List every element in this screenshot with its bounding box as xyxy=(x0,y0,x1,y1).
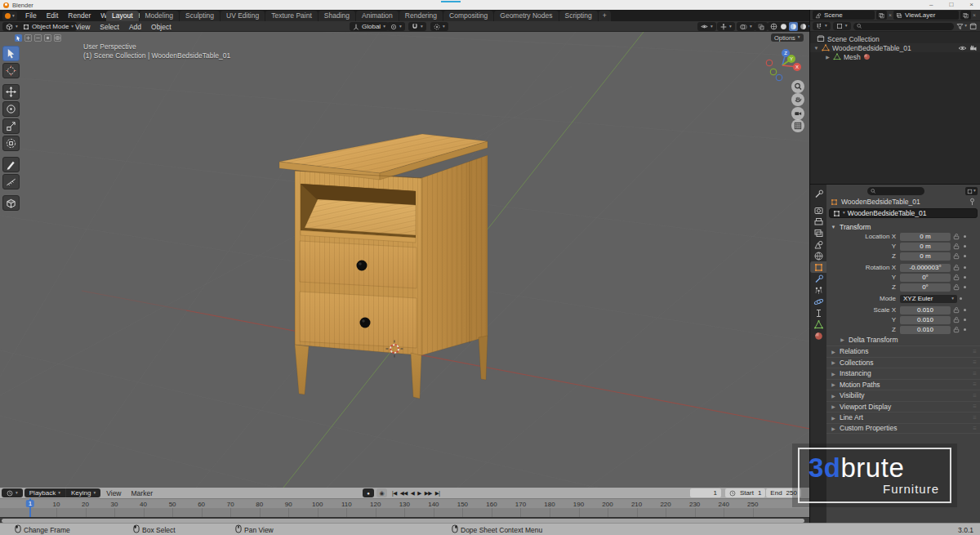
panel-collections[interactable]: ▶Collections xyxy=(826,357,980,368)
lock-icon[interactable] xyxy=(951,252,961,260)
editor-type-button[interactable]: ▾ xyxy=(2,22,21,31)
tab-modeling[interactable]: Modeling xyxy=(140,11,180,21)
select-mode-invert-button[interactable] xyxy=(44,34,51,42)
lock-icon[interactable] xyxy=(951,306,961,314)
ruler-frame-130[interactable]: 130 xyxy=(399,501,410,508)
rendered-shading-button[interactable] xyxy=(799,22,808,31)
ruler-frame-50[interactable]: 50 xyxy=(169,501,176,508)
disable-in-render-camera-icon[interactable] xyxy=(969,45,978,51)
ruler-frame-170[interactable]: 170 xyxy=(515,501,526,508)
outliner-filter-button[interactable]: ▾ xyxy=(956,23,967,30)
gizmos-selector[interactable]: ▾ xyxy=(717,22,735,31)
material-preview-shading-button[interactable] xyxy=(789,22,798,31)
jump-to-prev-keyframe-button[interactable]: ◀◀ xyxy=(400,490,408,497)
ruler-frame-30[interactable]: 30 xyxy=(111,501,118,508)
ruler-frame-1[interactable]: 1 xyxy=(26,500,34,507)
properties-tab-particles[interactable] xyxy=(810,284,826,296)
ruler-frame-70[interactable]: 70 xyxy=(227,501,234,508)
view-layer-selector[interactable]: ViewLayer xyxy=(893,11,959,20)
panel-viewport-display[interactable]: ▶Viewport Display xyxy=(826,401,980,412)
transform-field-rotation-x[interactable]: -0.000003° xyxy=(900,264,951,272)
ruler-frame-140[interactable]: 140 xyxy=(428,501,439,508)
transform-orientation-selector[interactable]: Global ▾ xyxy=(350,22,389,31)
select-mode-subtract-button[interactable] xyxy=(34,34,42,42)
close-button[interactable]: × xyxy=(969,2,973,8)
mode-selector[interactable]: Object Mode ▾ xyxy=(20,22,77,31)
panel-line-art[interactable]: ▶Line Art xyxy=(826,412,980,423)
viewport-menu-object[interactable]: Object xyxy=(146,23,176,31)
transform-field-z[interactable]: 0.010 xyxy=(900,326,951,334)
animate-dot[interactable] xyxy=(964,319,966,321)
proportional-editing-toggle[interactable]: ▾ xyxy=(430,22,448,31)
ruler-frame-230[interactable]: 230 xyxy=(689,501,700,508)
properties-tab-physics[interactable] xyxy=(810,296,826,307)
minimize-button[interactable]: – xyxy=(929,2,933,8)
timeline-channel-strip[interactable] xyxy=(0,508,810,517)
select-mode-intersect-button[interactable] xyxy=(54,34,61,42)
properties-tab-view-layer[interactable] xyxy=(810,227,826,239)
properties-search-input[interactable] xyxy=(867,187,924,195)
lock-icon[interactable] xyxy=(951,316,961,323)
animate-dot[interactable] xyxy=(964,235,966,238)
snap-toggle[interactable]: ▾ xyxy=(408,22,426,31)
animate-dot[interactable] xyxy=(960,297,962,300)
new-scene-button[interactable] xyxy=(876,11,887,20)
properties-display-options-button[interactable]: ▾ xyxy=(965,187,978,195)
object-name-field[interactable]: ▾ WoodenBedsideTable_01 xyxy=(829,208,978,218)
tab-texture-paint[interactable]: Texture Paint xyxy=(265,11,318,21)
remove-view-layer-button[interactable]: × xyxy=(973,12,976,18)
animate-dot[interactable] xyxy=(964,255,966,257)
menu-render[interactable]: Render xyxy=(63,11,96,20)
outliner-filter-mode-button[interactable]: ▾ xyxy=(833,22,851,30)
3d-viewport[interactable]: User Perspective (1) Scene Collection | … xyxy=(0,32,810,488)
tab-sculpting[interactable]: Sculpting xyxy=(180,11,220,21)
solid-shading-button[interactable] xyxy=(779,22,788,31)
timeline-view-menu[interactable]: View xyxy=(102,489,125,497)
outliner-display-mode-button[interactable]: ▾ xyxy=(813,22,831,30)
perspective-toggle-button[interactable] xyxy=(791,119,804,132)
timeline-marker-menu[interactable]: Marker xyxy=(127,489,157,497)
panel-visibility[interactable]: ▶Visibility xyxy=(826,390,980,401)
tab-compositing[interactable]: Compositing xyxy=(443,11,493,21)
hide-in-viewport-eye-icon[interactable] xyxy=(958,45,967,51)
delta-transform-subpanel[interactable]: ▶ Delta Transform xyxy=(826,334,980,345)
ruler-frame-60[interactable]: 60 xyxy=(198,501,205,508)
properties-tab-modifiers[interactable] xyxy=(810,273,826,284)
animate-dot[interactable] xyxy=(964,266,966,269)
ruler-frame-120[interactable]: 120 xyxy=(370,501,381,508)
camera-view-button[interactable] xyxy=(791,107,804,120)
transform-panel-header[interactable]: ▼ Transform xyxy=(831,223,871,231)
viewport-menu-select[interactable]: Select xyxy=(95,23,124,31)
auto-keying-toggle[interactable]: ◉ xyxy=(376,488,387,497)
viewport-menu-view[interactable]: View xyxy=(70,23,95,31)
add-workspace-button[interactable]: + xyxy=(599,11,611,21)
cursor-tool-button[interactable] xyxy=(2,63,20,78)
ruler-frame-250[interactable]: 250 xyxy=(747,501,758,508)
viewport-canvas[interactable] xyxy=(0,32,810,488)
current-frame-field[interactable]: 1 xyxy=(690,488,721,497)
jump-to-end-button[interactable]: ▶| xyxy=(435,490,440,497)
timeline-ruler[interactable]: 1102030405060708090100110120130140150160… xyxy=(0,498,810,508)
properties-tab-object[interactable] xyxy=(810,261,826,273)
axis-y-negative[interactable] xyxy=(770,69,777,75)
wireframe-shading-button[interactable] xyxy=(769,22,778,31)
outliner-row-mesh[interactable]: ▶ Mesh xyxy=(810,52,980,61)
animate-dot[interactable] xyxy=(964,276,966,279)
axis-x-negative[interactable] xyxy=(766,60,773,66)
properties-tab-constraints[interactable] xyxy=(810,307,826,319)
ruler-frame-210[interactable]: 210 xyxy=(631,501,642,508)
transform-field-y[interactable]: 0° xyxy=(900,274,951,282)
transform-field-location-x[interactable]: 0 m xyxy=(900,233,951,241)
tab-geometry-nodes[interactable]: Geometry Nodes xyxy=(494,11,558,21)
bedside-table-model[interactable] xyxy=(279,134,488,399)
animate-dot[interactable] xyxy=(964,309,966,311)
transform-field-y[interactable]: 0.010 xyxy=(900,316,951,324)
tab-shading[interactable]: Shading xyxy=(318,11,355,21)
tab-uv-editing[interactable]: UV Editing xyxy=(220,11,265,21)
ruler-frame-100[interactable]: 100 xyxy=(312,501,323,508)
timeline-scrollbar[interactable] xyxy=(0,517,810,523)
select-mode-set-button[interactable] xyxy=(15,34,22,42)
play-button[interactable]: ▶ xyxy=(417,490,421,497)
lock-icon[interactable] xyxy=(951,283,961,291)
object-visibility-selector[interactable]: ▾ xyxy=(697,22,716,31)
